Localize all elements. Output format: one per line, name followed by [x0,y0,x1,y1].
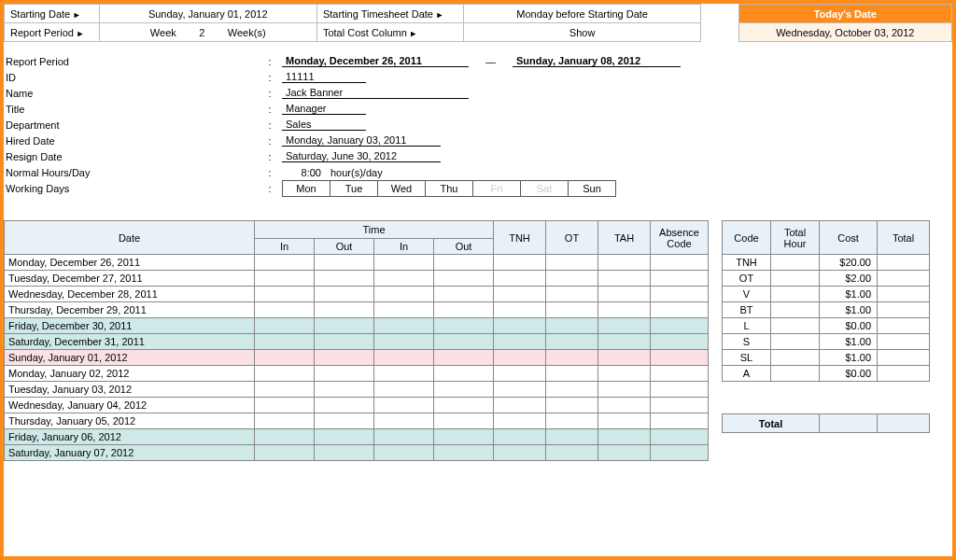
cell[interactable] [651,287,709,302]
total-cost-value[interactable]: Show [464,23,701,42]
name-value[interactable]: Jack Banner [282,87,469,99]
cell[interactable] [598,350,651,366]
cell[interactable] [255,255,315,271]
cell[interactable] [598,255,651,271]
cell[interactable] [374,382,434,398]
cell[interactable] [546,255,598,271]
cell[interactable] [255,429,315,445]
day-sun[interactable]: Sun [568,180,616,197]
day-thu[interactable]: Thu [425,180,473,197]
cell[interactable] [651,318,709,334]
table-row[interactable]: Wednesday, January 04, 2012 [5,398,709,413]
starting-ts-value[interactable]: Monday before Starting Date [464,5,701,23]
starting-date-value[interactable]: Sunday, January 01, 2012 [99,5,316,23]
cell[interactable] [651,271,709,287]
table-row[interactable]: Tuesday, December 27, 2011 [5,271,709,287]
cell[interactable] [374,287,434,302]
cell[interactable] [315,413,374,429]
cell[interactable] [494,302,546,318]
cell[interactable] [315,398,374,413]
cell[interactable] [434,445,494,461]
cell[interactable] [315,271,374,287]
cell[interactable] [651,382,709,398]
cell[interactable] [546,429,598,445]
cell[interactable] [374,398,434,413]
table-row[interactable]: Friday, December 30, 2011 [5,318,709,334]
cell[interactable] [315,318,374,334]
cell[interactable] [546,287,598,302]
cell[interactable] [374,366,434,382]
cell[interactable] [255,334,315,350]
cell[interactable] [546,398,598,413]
cell[interactable] [598,366,651,382]
table-row[interactable]: Tuesday, January 03, 2012 [5,382,709,398]
cell[interactable] [315,334,374,350]
cell[interactable] [315,255,374,271]
report-period-value[interactable]: Week 2 Week(s) [99,23,316,42]
cell[interactable] [255,350,315,366]
cell[interactable] [434,366,494,382]
dept-value[interactable]: Sales [282,119,366,131]
cell[interactable] [651,350,709,366]
cell[interactable] [546,382,598,398]
cell[interactable] [546,366,598,382]
cell[interactable] [651,398,709,413]
cell[interactable] [255,398,315,413]
cell[interactable] [374,255,434,271]
cell[interactable] [598,398,651,413]
cell[interactable] [598,413,651,429]
cell[interactable] [494,318,546,334]
table-row[interactable]: Monday, January 02, 2012 [5,366,709,382]
cell[interactable] [651,429,709,445]
table-row[interactable]: Monday, December 26, 2011 [5,255,709,271]
cell[interactable] [315,366,374,382]
cell[interactable] [494,350,546,366]
cell[interactable] [374,429,434,445]
cell[interactable] [255,287,315,302]
cell[interactable] [434,413,494,429]
title-value[interactable]: Manager [282,103,366,115]
day-fri[interactable]: Fri [472,180,521,197]
cell[interactable] [598,302,651,318]
cell[interactable] [494,271,546,287]
cell[interactable] [434,350,494,366]
cell[interactable] [494,413,546,429]
cell[interactable] [434,255,494,271]
cell[interactable] [546,318,598,334]
cell[interactable] [434,302,494,318]
cell[interactable] [434,271,494,287]
cell[interactable] [598,287,651,302]
hired-value[interactable]: Monday, January 03, 2011 [282,134,441,147]
cell[interactable] [651,334,709,350]
cell[interactable] [315,287,374,302]
cell[interactable] [434,382,494,398]
cell[interactable] [374,350,434,366]
cell[interactable] [494,366,546,382]
cell[interactable] [598,334,651,350]
cell[interactable] [315,350,374,366]
cell[interactable] [651,255,709,271]
cell[interactable] [315,302,374,318]
table-row[interactable]: Sunday, January 01, 2012 [5,350,709,366]
cell[interactable] [255,413,315,429]
cell[interactable] [434,429,494,445]
cell[interactable] [315,429,374,445]
cell[interactable] [598,429,651,445]
table-row[interactable]: Saturday, December 31, 2011 [5,334,709,350]
cell[interactable] [651,302,709,318]
hours-value[interactable]: 8:00 [282,167,330,178]
day-wed[interactable]: Wed [377,180,426,197]
cell[interactable] [434,398,494,413]
cell[interactable] [494,398,546,413]
cell[interactable] [494,287,546,302]
cell[interactable] [374,445,434,461]
cell[interactable] [651,366,709,382]
table-row[interactable]: Thursday, January 05, 2012 [5,413,709,429]
cell[interactable] [546,334,598,350]
cell[interactable] [546,350,598,366]
cell[interactable] [255,382,315,398]
cell[interactable] [546,445,598,461]
cell[interactable] [315,382,374,398]
id-value[interactable]: 11111 [282,71,366,83]
cell[interactable] [651,413,709,429]
